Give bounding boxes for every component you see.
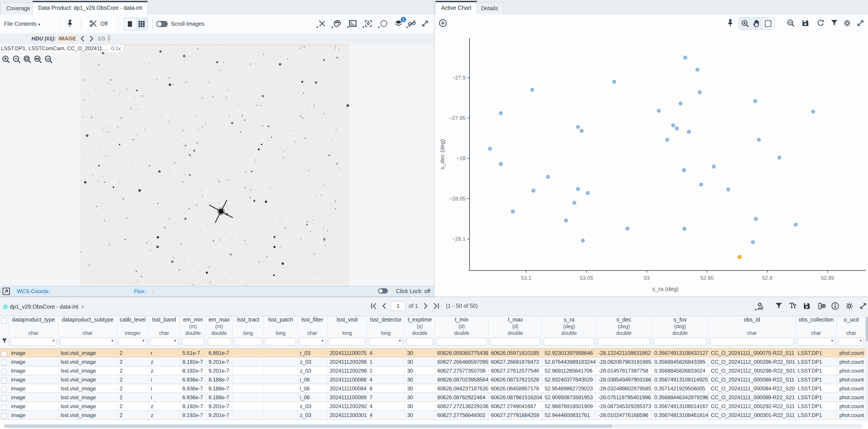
page-next-button[interactable] bbox=[421, 302, 430, 310]
filter-input-t_max[interactable] bbox=[490, 338, 541, 346]
page-last-button[interactable] bbox=[432, 302, 441, 310]
filter-input-obs_id[interactable] bbox=[710, 338, 794, 346]
table-vertical-scrollbar[interactable] bbox=[866, 316, 868, 422]
select-region-button[interactable]: ▾ bbox=[379, 19, 388, 28]
add-chart-button[interactable] bbox=[438, 19, 447, 28]
row-checkbox[interactable] bbox=[1, 360, 7, 365]
scatter-chart[interactable]: 53.153.055352.9552.952.85−27.9−27.95−28−… bbox=[434, 32, 868, 297]
filter-select-o_ucd[interactable]: ▾ bbox=[838, 338, 864, 346]
header-checkbox-cell[interactable] bbox=[0, 316, 9, 348]
table-row[interactable]: imagelsst.visit_image2z8.192e-79.201e-7z… bbox=[0, 366, 866, 375]
tab-data-product[interactable]: Data Product: dp1_v29.ObsCore - data-int bbox=[32, 1, 148, 15]
page-number-input[interactable] bbox=[391, 301, 406, 311]
table-expand-button[interactable] bbox=[859, 302, 868, 310]
zoom-1x-button[interactable]: 1X bbox=[44, 55, 53, 64]
table-row[interactable]: imagelsst.visit_image2z8.192e-79.201e-7z… bbox=[0, 410, 866, 420]
chart-settings-button[interactable] bbox=[843, 19, 851, 28]
expand-image-button[interactable] bbox=[421, 19, 430, 28]
chart-zoom-mode-button[interactable] bbox=[739, 18, 751, 29]
column-header-t_min[interactable]: t_min(d)double bbox=[435, 316, 489, 348]
filter-select-calib_level[interactable]: ▾ bbox=[119, 338, 147, 346]
table-search-button[interactable]: ▾ bbox=[756, 302, 765, 310]
row-checkbox[interactable] bbox=[1, 386, 7, 392]
row-checkbox[interactable] bbox=[1, 368, 7, 374]
unlink-wcs-button[interactable]: ▾ bbox=[407, 19, 416, 28]
file-contents-dropdown[interactable]: File Contents ▾ bbox=[4, 21, 40, 27]
filter-select-lsst_detector[interactable]: ▾ bbox=[369, 338, 403, 346]
table-row[interactable]: imagelsst.visit_image2z8.192e-79.201e-7z… bbox=[0, 402, 866, 410]
chart-expand-button[interactable] bbox=[856, 19, 865, 28]
filter-input-s_fov[interactable] bbox=[653, 338, 707, 346]
table-row[interactable]: imagelsst.visit_image2z8.192e-79.201e-7z… bbox=[0, 357, 866, 366]
chart-filter-button[interactable] bbox=[830, 19, 839, 28]
column-header-lsst_patch[interactable]: lsst_patch long bbox=[264, 316, 297, 348]
chart-pan-mode-button[interactable] bbox=[751, 18, 763, 29]
column-header-lsst_visit[interactable]: lsst_visit long bbox=[327, 316, 367, 348]
column-header-lsst_detector[interactable]: lsst_detector long▾ bbox=[367, 316, 405, 348]
scroll-images-toggle[interactable] bbox=[156, 21, 168, 27]
zoom-in-button[interactable] bbox=[1, 55, 11, 64]
hdu-prev-button[interactable] bbox=[78, 34, 87, 43]
filter-input-lsst_patch[interactable] bbox=[266, 338, 296, 346]
chart-select-mode-button[interactable] bbox=[763, 18, 774, 29]
external-view-button[interactable] bbox=[2, 287, 11, 296]
zoom-fit-button[interactable] bbox=[23, 55, 32, 64]
chart-save-button[interactable] bbox=[801, 19, 810, 28]
column-header-em_min[interactable]: em_min(m)double bbox=[180, 316, 206, 348]
filter-input-s_dec[interactable] bbox=[597, 338, 650, 346]
filter-select-lsst_band[interactable]: ▾ bbox=[150, 338, 178, 346]
column-header-obs_id[interactable]: obs_id char bbox=[709, 316, 796, 348]
table-info-button[interactable] bbox=[831, 302, 840, 310]
column-header-lsst_band[interactable]: lsst_band char▾ bbox=[148, 316, 180, 348]
table-tab-close-icon[interactable]: × bbox=[81, 303, 84, 310]
filter-select-dataproduct_type[interactable]: ▾ bbox=[10, 338, 57, 346]
filter-input-em_max[interactable] bbox=[208, 338, 231, 346]
filter-input-t_exptime[interactable] bbox=[406, 338, 433, 346]
page-first-button[interactable] bbox=[369, 302, 378, 310]
filter-input-s_ra[interactable] bbox=[544, 338, 594, 346]
column-header-t_max[interactable]: t_max(d)double bbox=[489, 316, 542, 348]
column-header-dataproduct_type[interactable]: dataproduct_type char▾ bbox=[9, 316, 58, 348]
row-checkbox[interactable] bbox=[1, 377, 7, 383]
table-row[interactable]: imagelsst.visit_image2i6.936e-78.188e-7i… bbox=[0, 384, 866, 393]
single-view-button[interactable] bbox=[124, 18, 136, 30]
column-header-s_dec[interactable]: s_dec(deg)double bbox=[596, 316, 652, 348]
column-header-o_ucd[interactable]: o_ucd char▾ bbox=[837, 316, 866, 348]
filter-input-lsst_tract[interactable] bbox=[234, 338, 262, 346]
row-checkbox[interactable] bbox=[1, 351, 7, 356]
table-add-column-button[interactable] bbox=[817, 302, 826, 310]
color-palette-button[interactable]: ▾ bbox=[333, 19, 342, 28]
grid-view-button[interactable] bbox=[136, 18, 147, 30]
layers-button[interactable]: 1 bbox=[394, 19, 403, 28]
table-row[interactable]: imagelsst.visit_image2i6.936e-78.188e-7i… bbox=[0, 375, 866, 384]
tab-coverage[interactable]: Coverage bbox=[0, 2, 36, 15]
table-settings-button[interactable] bbox=[845, 302, 854, 310]
filter-input-t_min[interactable] bbox=[436, 338, 487, 346]
table-row[interactable]: imagelsst.visit_image2r5.51e-76.891e-7r_… bbox=[0, 348, 866, 357]
filter-select-obs_collection[interactable]: ▾ bbox=[797, 338, 835, 346]
recenter-button[interactable]: ▾ bbox=[364, 19, 373, 28]
column-header-dataproduct_subtype[interactable]: dataproduct_subtype char▾ bbox=[58, 316, 117, 348]
row-checkbox[interactable] bbox=[1, 413, 7, 419]
chart-zoom-original-button[interactable]: 1X bbox=[786, 19, 795, 28]
row-checkbox[interactable] bbox=[1, 404, 7, 410]
click-lock-toggle[interactable] bbox=[378, 288, 388, 293]
fits-image[interactable] bbox=[80, 45, 349, 297]
column-header-t_exptime[interactable]: t_exptime(s)double bbox=[405, 316, 435, 348]
tab-active-chart[interactable]: Active Chart bbox=[435, 1, 477, 15]
tools-button[interactable]: ▾ bbox=[318, 19, 327, 28]
table-horizontal-scrollbar[interactable] bbox=[4, 424, 863, 428]
filter-select-dataproduct_subtype[interactable]: ▾ bbox=[60, 338, 115, 346]
column-header-lsst_tract[interactable]: lsst_tract long bbox=[232, 316, 264, 348]
filter-input-lsst_visit[interactable] bbox=[329, 338, 366, 346]
crop-scissors-icon[interactable] bbox=[89, 19, 98, 28]
column-header-calib_level[interactable]: calib_level integer▾ bbox=[117, 316, 149, 348]
table-filter-button[interactable] bbox=[774, 302, 783, 310]
zoom-out-button[interactable] bbox=[12, 55, 21, 64]
column-header-em_max[interactable]: em_max(m)double bbox=[206, 316, 232, 348]
column-header-obs_collection[interactable]: obs_collection char▾ bbox=[795, 316, 837, 348]
chart-pin-button[interactable] bbox=[726, 19, 735, 28]
zoom-fill-button[interactable] bbox=[33, 55, 42, 64]
table-row[interactable]: imagelsst.visit_image2r5.51e-76.891e-7r_… bbox=[0, 420, 866, 422]
column-header-s_ra[interactable]: s_ra(deg)double bbox=[542, 316, 596, 348]
